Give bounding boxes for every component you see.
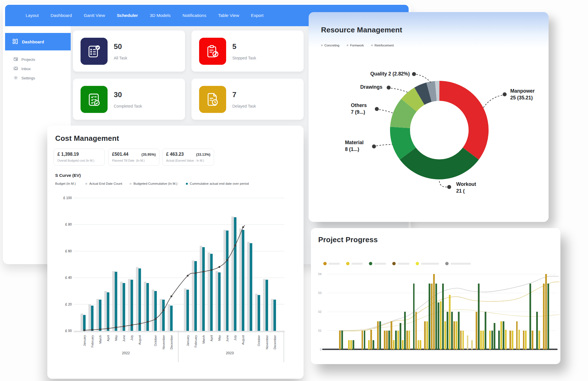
progress-bar[interactable] xyxy=(397,331,399,349)
progress-bar[interactable] xyxy=(467,335,469,349)
progress-bar[interactable] xyxy=(438,302,439,350)
budget-bar[interactable] xyxy=(104,291,107,331)
cumulative-bar[interactable] xyxy=(83,315,86,331)
progress-bar[interactable] xyxy=(480,331,482,349)
sidebar-item-projects[interactable]: Projects xyxy=(5,55,71,64)
budget-bar[interactable] xyxy=(271,299,273,331)
budget-bar[interactable] xyxy=(96,299,99,331)
cumulative-bar[interactable] xyxy=(273,300,276,331)
progress-bar[interactable] xyxy=(529,284,531,350)
progress-bar[interactable] xyxy=(350,340,352,350)
budget-bar[interactable] xyxy=(224,230,226,331)
progress-bar[interactable] xyxy=(415,312,417,349)
progress-bar[interactable] xyxy=(426,321,428,350)
progress-bar[interactable] xyxy=(433,274,435,349)
nav-item-table-view[interactable]: Table View xyxy=(212,13,245,18)
progress-bar[interactable] xyxy=(388,331,390,349)
cumulative-bar[interactable] xyxy=(234,217,237,331)
progress-bar[interactable] xyxy=(471,340,473,350)
progress-bar[interactable] xyxy=(373,340,374,350)
cumulative-bar[interactable] xyxy=(202,247,205,331)
sidebar-item-dashboard[interactable]: Dashboard xyxy=(5,33,71,50)
progress-bar[interactable] xyxy=(364,331,366,349)
budget-bar[interactable] xyxy=(120,282,123,331)
cumulative-bar[interactable] xyxy=(131,280,133,331)
progress-bar[interactable] xyxy=(348,340,350,350)
progress-bar[interactable] xyxy=(543,284,545,350)
progress-bar[interactable] xyxy=(456,321,457,350)
progress-bar[interactable] xyxy=(429,284,430,350)
progress-bar[interactable] xyxy=(489,331,491,349)
progress-bar[interactable] xyxy=(503,321,504,350)
nav-item-gantt-view[interactable]: Gantt View xyxy=(78,13,111,18)
cumulative-bar[interactable] xyxy=(146,283,149,331)
budget-bar[interactable] xyxy=(168,304,170,331)
budget-bar[interactable] xyxy=(192,260,194,331)
sidebar-item-inbox[interactable]: Inbox xyxy=(5,64,71,73)
progress-bar[interactable] xyxy=(516,321,518,350)
progress-bar[interactable] xyxy=(353,340,354,350)
progress-bar[interactable] xyxy=(368,340,370,350)
cumulative-bar[interactable] xyxy=(154,291,157,331)
task-card-stopped-task[interactable]: 5Stopped Task xyxy=(191,30,304,72)
progress-bar[interactable] xyxy=(498,331,500,349)
cumulative-bar[interactable] xyxy=(218,272,220,331)
progress-bar[interactable] xyxy=(424,321,426,350)
progress-bar[interactable] xyxy=(500,321,502,350)
progress-bar[interactable] xyxy=(435,284,437,350)
budget-bar[interactable] xyxy=(255,294,258,331)
progress-bar[interactable] xyxy=(505,330,507,349)
progress-bar[interactable] xyxy=(523,331,525,349)
cumulative-bar[interactable] xyxy=(226,231,229,331)
cumulative-bar[interactable] xyxy=(258,295,260,331)
task-card-delayed-task[interactable]: 7Delayed Task xyxy=(191,78,304,120)
progress-bar[interactable] xyxy=(370,330,372,349)
progress-bar[interactable] xyxy=(545,274,547,349)
nav-item-scheduler[interactable]: Scheduler xyxy=(111,13,144,18)
budget-bar[interactable] xyxy=(200,246,202,331)
cumulative-bar[interactable] xyxy=(115,272,117,331)
progress-bar[interactable] xyxy=(447,312,448,349)
progress-bar[interactable] xyxy=(339,331,341,349)
budget-bar[interactable] xyxy=(152,290,154,331)
budget-bar[interactable] xyxy=(239,229,242,331)
progress-bar[interactable] xyxy=(485,312,486,349)
nav-item-export[interactable]: Export xyxy=(245,13,270,18)
cumulative-bar[interactable] xyxy=(210,254,213,331)
progress-bar[interactable] xyxy=(494,323,495,349)
progress-bar[interactable] xyxy=(451,312,453,349)
cumulative-bar[interactable] xyxy=(266,280,268,331)
cumulative-bar[interactable] xyxy=(91,306,93,331)
progress-bar[interactable] xyxy=(453,321,455,350)
progress-bar[interactable] xyxy=(406,331,408,349)
budget-bar[interactable] xyxy=(231,217,234,331)
nav-item-layout[interactable]: Layout xyxy=(20,13,45,18)
progress-bar[interactable] xyxy=(525,331,527,349)
progress-bar[interactable] xyxy=(409,331,410,349)
progress-bar[interactable] xyxy=(482,331,484,349)
budget-bar[interactable] xyxy=(144,282,146,331)
cumulative-bar[interactable] xyxy=(170,306,173,331)
budget-bar[interactable] xyxy=(247,242,250,331)
cumulative-bar[interactable] xyxy=(123,283,125,331)
task-card-completed-task[interactable]: 30Completed Task xyxy=(73,78,185,120)
progress-bar[interactable] xyxy=(391,321,392,350)
budget-bar[interactable] xyxy=(263,279,266,331)
progress-bar[interactable] xyxy=(509,331,511,349)
nav-item-3d-models[interactable]: 3D Models xyxy=(144,13,177,18)
cumulative-bar[interactable] xyxy=(186,290,189,331)
progress-bar[interactable] xyxy=(386,331,388,349)
progress-bar[interactable] xyxy=(458,312,460,349)
budget-bar[interactable] xyxy=(136,267,139,331)
progress-bar[interactable] xyxy=(547,284,549,350)
nav-item-dashboard[interactable]: Dashboard xyxy=(45,13,78,18)
progress-bar[interactable] xyxy=(413,284,415,350)
progress-bar[interactable] xyxy=(418,340,419,350)
donut-slice-workout[interactable] xyxy=(400,148,479,179)
budget-bar[interactable] xyxy=(112,271,115,331)
cumulative-bar[interactable] xyxy=(242,230,244,331)
cumulative-bar[interactable] xyxy=(162,300,165,331)
progress-bar[interactable] xyxy=(377,321,379,350)
budget-bar[interactable] xyxy=(88,304,91,331)
progress-bar[interactable] xyxy=(393,340,395,350)
